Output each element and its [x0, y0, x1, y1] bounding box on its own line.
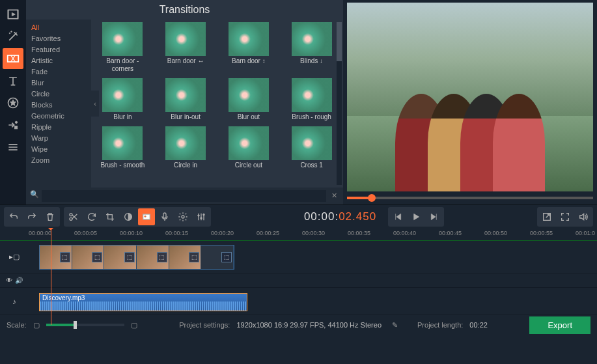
- category-item[interactable]: Blocks: [31, 100, 86, 111]
- rotate-button[interactable]: [83, 208, 100, 225]
- transition-item[interactable]: Blur in-out: [160, 78, 212, 121]
- link-track: 👁🔊: [0, 273, 597, 288]
- transition-item[interactable]: Barn door - corners: [96, 22, 149, 73]
- record-audio-button[interactable]: [156, 208, 173, 225]
- transitions-tool-button[interactable]: [3, 48, 23, 69]
- split-button[interactable]: [65, 208, 82, 225]
- export-button[interactable]: Export: [529, 316, 590, 334]
- transition-badge-icon: ⬚: [92, 252, 102, 262]
- clear-search-button[interactable]: ✕: [329, 190, 339, 201]
- crop-button[interactable]: [102, 208, 118, 225]
- transition-badge-icon: ⬚: [189, 252, 199, 262]
- redo-button[interactable]: [23, 208, 40, 225]
- category-item[interactable]: Featured: [31, 44, 86, 55]
- transition-badge-icon: ⬚: [124, 252, 135, 262]
- timeline: 00:00:0000:00:0500:00:1000:00:1500:00:20…: [0, 228, 597, 315]
- scrollbar[interactable]: [337, 22, 342, 185]
- category-item[interactable]: Artistic: [31, 55, 86, 66]
- project-settings-value: 1920x1080 16:9 29.97 FPS, 44100 Hz Stere…: [236, 321, 382, 329]
- settings-button[interactable]: [174, 208, 191, 225]
- category-item[interactable]: Wipe: [31, 144, 86, 155]
- svg-point-15: [198, 214, 200, 216]
- scale-label: Scale:: [7, 321, 27, 329]
- media-tool-button[interactable]: [3, 4, 23, 25]
- ruler-mark: 00:00:10: [120, 230, 143, 236]
- play-button[interactable]: [408, 208, 424, 225]
- project-length-value: 00:22: [469, 321, 488, 329]
- category-item[interactable]: Favorites: [31, 33, 86, 44]
- scale-slider[interactable]: [46, 324, 124, 326]
- transition-item[interactable]: Circle in: [160, 126, 212, 169]
- audio-mute-icon[interactable]: 🔊: [15, 277, 23, 284]
- transitions-grid: Barn door - cornersBarn door ↔Barn door …: [96, 22, 338, 169]
- seek-bar[interactable]: [347, 197, 593, 199]
- video-track-icon: ▸▢: [9, 253, 20, 261]
- transition-badge-icon: ⬚: [221, 252, 232, 262]
- transition-item[interactable]: Barn door ↕: [223, 22, 275, 73]
- titles-tool-button[interactable]: [3, 70, 23, 91]
- volume-button[interactable]: [575, 208, 592, 225]
- collapse-categories-button[interactable]: ‹: [91, 91, 99, 117]
- status-bar: Scale: ▢ ▢ Project settings: 1920x1080 1…: [0, 315, 597, 335]
- ruler-mark: 00:00:30: [302, 230, 325, 236]
- playhead[interactable]: [51, 228, 51, 325]
- next-frame-button[interactable]: [426, 208, 443, 225]
- zoom-in-icon[interactable]: ▢: [131, 321, 137, 329]
- audio-clip[interactable]: Discovery.mp3: [39, 293, 247, 311]
- transition-item[interactable]: Blur out: [223, 78, 275, 121]
- effects-tool-button[interactable]: [3, 26, 23, 47]
- category-item[interactable]: Zoom: [31, 155, 86, 166]
- audio-track[interactable]: ♪ Discovery.mp3: [0, 288, 597, 315]
- preview-canvas[interactable]: [347, 3, 593, 191]
- callouts-tool-button[interactable]: [3, 115, 23, 135]
- transition-item[interactable]: Blur in: [96, 78, 149, 121]
- fullscreen-button[interactable]: [557, 208, 574, 225]
- transitions-panel: Transitions AllFavoritesFeaturedArtistic…: [26, 0, 343, 204]
- category-item[interactable]: Blur: [31, 77, 86, 89]
- equalizer-button[interactable]: [193, 208, 210, 225]
- svg-rect-11: [143, 214, 150, 219]
- zoom-out-icon[interactable]: ▢: [33, 321, 40, 329]
- category-item[interactable]: Fade: [31, 66, 86, 77]
- transition-item[interactable]: Brush - rough: [285, 78, 338, 121]
- video-track[interactable]: ▸▢ ⬚ ⬚ ⬚ ⬚ ⬚ ⬚: [0, 241, 597, 273]
- clip-properties-button[interactable]: [138, 208, 155, 225]
- timeline-ruler[interactable]: 00:00:0000:00:0500:00:1000:00:1500:00:20…: [0, 228, 597, 241]
- category-list: AllFavoritesFeaturedArtisticFadeBlurCirc…: [26, 20, 91, 188]
- category-item[interactable]: Geometric: [31, 111, 86, 122]
- ruler-mark: 00:00:55: [530, 230, 553, 236]
- main-toolbar: 00:00:02.450: [0, 204, 597, 228]
- prev-frame-button[interactable]: [389, 208, 406, 225]
- search-input[interactable]: [42, 190, 326, 202]
- preview-panel: [343, 0, 597, 204]
- visibility-icon[interactable]: 👁: [6, 277, 12, 284]
- more-tool-button[interactable]: [3, 137, 23, 158]
- panel-title: Transitions: [26, 0, 343, 20]
- svg-point-17: [203, 214, 205, 216]
- transition-item[interactable]: Brush - smooth: [96, 126, 149, 169]
- transition-item[interactable]: Circle out: [223, 126, 275, 169]
- transition-item[interactable]: Barn door ↔: [160, 22, 212, 73]
- svg-point-12: [145, 216, 146, 217]
- detach-preview-button[interactable]: [538, 208, 555, 225]
- svg-rect-7: [15, 126, 18, 129]
- transition-item[interactable]: Blinds ↓: [285, 22, 338, 73]
- transition-item[interactable]: Cross 1: [285, 126, 338, 169]
- ruler-mark: 00:01:0: [576, 230, 595, 236]
- category-item[interactable]: Ripple: [31, 122, 86, 133]
- edit-settings-button[interactable]: ✎: [392, 321, 398, 329]
- svg-marker-1: [12, 13, 15, 16]
- stickers-tool-button[interactable]: [3, 92, 23, 113]
- category-item[interactable]: Warp: [31, 133, 86, 144]
- video-clip[interactable]: ⬚ ⬚ ⬚ ⬚ ⬚ ⬚: [39, 245, 234, 270]
- left-toolbar: [0, 0, 26, 204]
- undo-button[interactable]: [5, 208, 22, 225]
- svg-point-8: [70, 213, 72, 216]
- delete-button[interactable]: [42, 208, 59, 225]
- category-item[interactable]: All: [31, 22, 86, 33]
- ruler-mark: 00:00:25: [257, 230, 279, 236]
- svg-rect-13: [163, 213, 166, 218]
- category-item[interactable]: Circle: [31, 89, 86, 100]
- ruler-mark: 00:00:40: [393, 230, 416, 236]
- color-adjust-button[interactable]: [120, 208, 137, 225]
